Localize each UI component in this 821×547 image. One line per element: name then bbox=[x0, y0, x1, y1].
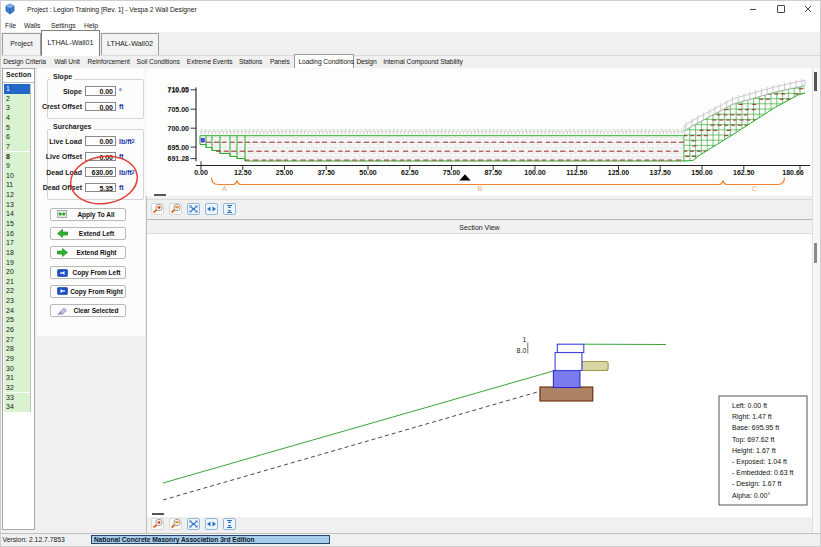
svg-text:0.00: 0.00 bbox=[194, 169, 208, 176]
svg-text:B: B bbox=[477, 185, 482, 192]
svg-text:137.50: 137.50 bbox=[649, 169, 671, 176]
svg-text:12.50: 12.50 bbox=[234, 169, 252, 176]
svg-text:Right: 1.47 ft: Right: 1.47 ft bbox=[732, 413, 772, 421]
svg-text:- Design: 1.67 ft: - Design: 1.67 ft bbox=[732, 480, 781, 488]
svg-text:705.00: 705.00 bbox=[168, 106, 190, 113]
svg-text:691.28: 691.28 bbox=[168, 155, 190, 162]
svg-text:100.00: 100.00 bbox=[524, 169, 546, 176]
svg-text:87.50: 87.50 bbox=[484, 169, 502, 176]
svg-text:Base: 695.95 ft: Base: 695.95 ft bbox=[732, 424, 779, 431]
svg-text:695.00: 695.00 bbox=[168, 144, 190, 151]
svg-text:62.50: 62.50 bbox=[401, 169, 419, 176]
svg-text:700.00: 700.00 bbox=[168, 125, 190, 132]
svg-text:C: C bbox=[752, 185, 757, 192]
svg-text:162.50: 162.50 bbox=[733, 169, 755, 176]
svg-text:125.00: 125.00 bbox=[608, 169, 630, 176]
svg-text:180.66: 180.66 bbox=[782, 169, 804, 176]
svg-text:1: 1 bbox=[523, 336, 527, 343]
svg-text:25.00: 25.00 bbox=[276, 169, 294, 176]
svg-text:150.00: 150.00 bbox=[691, 169, 713, 176]
svg-text:75.00: 75.00 bbox=[443, 169, 461, 176]
svg-text:A: A bbox=[222, 185, 227, 192]
svg-text:Alpha: 0.00°: Alpha: 0.00° bbox=[732, 492, 770, 500]
svg-text:Height: 1.67 ft: Height: 1.67 ft bbox=[732, 447, 776, 455]
svg-text:Top: 697.62 ft: Top: 697.62 ft bbox=[732, 436, 774, 444]
svg-text:Left: 0.00 ft: Left: 0.00 ft bbox=[732, 402, 767, 409]
svg-text:112.50: 112.50 bbox=[566, 169, 587, 176]
svg-text:50.00: 50.00 bbox=[359, 169, 377, 176]
svg-text:8.0: 8.0 bbox=[517, 347, 527, 354]
svg-text:710.05: 710.05 bbox=[168, 86, 190, 93]
svg-text:- Exposed: 1.04 ft: - Exposed: 1.04 ft bbox=[732, 458, 787, 466]
svg-text:37.50: 37.50 bbox=[317, 169, 335, 176]
svg-text:- Embedded: 0.63 ft: - Embedded: 0.63 ft bbox=[732, 469, 794, 476]
